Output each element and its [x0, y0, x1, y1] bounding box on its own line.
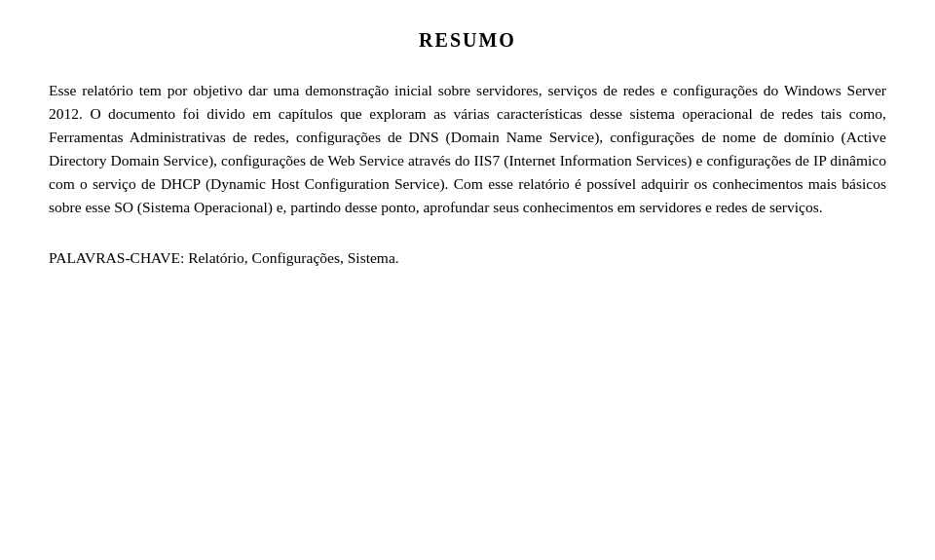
body-paragraph: Esse relatório tem por objetivo dar uma …	[49, 79, 886, 219]
page-title: RESUMO	[49, 29, 886, 52]
keywords-line: PALAVRAS-CHAVE: Relatório, Configurações…	[49, 246, 886, 270]
page-container: RESUMO Esse relatório tem por objetivo d…	[0, 0, 935, 560]
